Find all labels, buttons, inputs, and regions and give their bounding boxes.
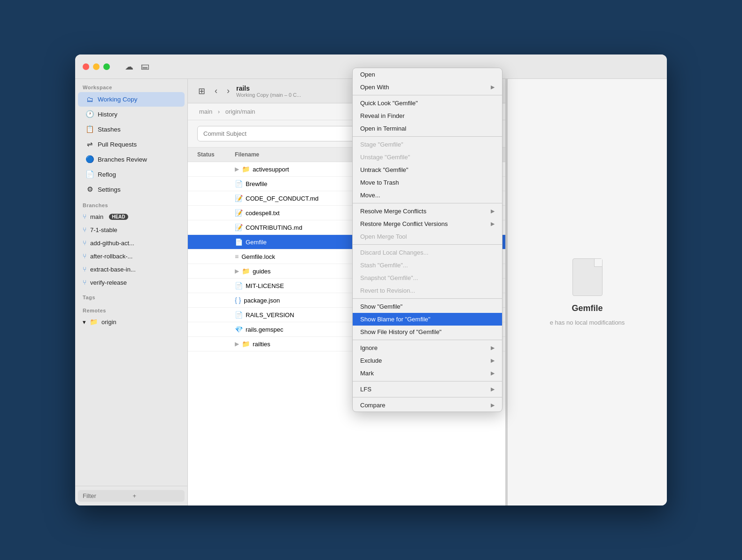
menu-item-show-history[interactable]: Show File History of "Gemfile" (353, 326, 502, 338)
menu-item-open[interactable]: Open (353, 68, 502, 81)
menu-item-stash: Stash "Gemfile"... (353, 259, 502, 272)
menu-label-discard: Discard Local Changes... (360, 249, 428, 256)
menu-label-revert: Revert to Revision... (360, 287, 415, 294)
menu-item-stage: Stage "Gemfile" (353, 138, 502, 151)
menu-separator (353, 244, 502, 245)
menu-label-exclude: Exclude (360, 357, 382, 364)
menu-label-stash: Stash "Gemfile"... (360, 262, 408, 269)
menu-item-snapshot: Snapshot "Gemfile"... (353, 272, 502, 284)
menu-label-open-terminal: Open in Terminal (360, 125, 406, 132)
menu-label-compare: Compare (360, 402, 385, 409)
menu-item-show-blame[interactable]: Show Blame for "Gemfile" (353, 313, 502, 326)
menu-item-discard: Discard Local Changes... (353, 246, 502, 259)
menu-label-open: Open (360, 71, 375, 78)
menu-separator (353, 397, 502, 397)
submenu-arrow-icon: ▶ (491, 208, 495, 214)
menu-item-revert: Revert to Revision... (353, 284, 502, 297)
menu-item-untrack[interactable]: Untrack "Gemfile" (353, 163, 502, 176)
menu-label-move-trash: Move to Trash (360, 179, 399, 186)
submenu-arrow-icon: ▶ (491, 84, 495, 90)
menu-label-quick-look: Quick Look "Gemfile" (360, 100, 418, 107)
menu-item-resolve-merge[interactable]: Resolve Merge Conflicts ▶ (353, 205, 502, 218)
menu-label-mark: Mark (360, 370, 374, 377)
context-menu: Open Open With ▶ Quick Look "Gemfile" Re… (352, 68, 502, 412)
menu-separator (353, 381, 502, 381)
context-menu-overlay: Open Open With ▶ Quick Look "Gemfile" Re… (75, 54, 667, 506)
menu-item-mark[interactable]: Mark ▶ (353, 367, 502, 380)
menu-label-unstage: Unstage "Gemfile" (360, 154, 410, 161)
menu-item-move[interactable]: Move... (353, 189, 502, 202)
menu-label-move: Move... (360, 192, 380, 199)
menu-separator (353, 136, 502, 137)
submenu-arrow-icon: ▶ (491, 402, 495, 408)
menu-label-show: Show "Gemfile" (360, 303, 402, 310)
submenu-arrow-icon: ▶ (491, 386, 495, 392)
menu-label-open-merge-tool: Open Merge Tool (360, 233, 407, 240)
menu-item-exclude[interactable]: Exclude ▶ (353, 354, 502, 367)
menu-label-stage: Stage "Gemfile" (360, 141, 403, 148)
menu-label-open-with: Open With (360, 84, 389, 91)
menu-item-ignore[interactable]: Ignore ▶ (353, 342, 502, 354)
menu-label-restore-merge: Restore Merge Conflict Versions (360, 220, 448, 227)
submenu-arrow-icon: ▶ (491, 221, 495, 227)
menu-item-compare[interactable]: Compare ▶ (353, 399, 502, 412)
menu-label-show-blame: Show Blame for "Gemfile" (360, 316, 430, 323)
main-window: ☁ 🖴 Workspace 🗂 Working Copy 🕐 History 📋… (75, 54, 667, 506)
menu-label-untrack: Untrack "Gemfile" (360, 166, 408, 173)
menu-item-open-merge-tool: Open Merge Tool (353, 230, 502, 243)
menu-item-unstage: Unstage "Gemfile" (353, 151, 502, 163)
menu-item-restore-merge[interactable]: Restore Merge Conflict Versions ▶ (353, 218, 502, 230)
menu-label-show-history: Show File History of "Gemfile" (360, 328, 441, 335)
menu-label-snapshot: Snapshot "Gemfile"... (360, 274, 418, 281)
menu-separator (353, 298, 502, 299)
menu-item-quick-look[interactable]: Quick Look "Gemfile" (353, 97, 502, 109)
submenu-arrow-icon: ▶ (491, 358, 495, 364)
menu-item-show[interactable]: Show "Gemfile" (353, 300, 502, 313)
menu-item-move-trash[interactable]: Move to Trash (353, 176, 502, 189)
menu-label-resolve-merge: Resolve Merge Conflicts (360, 208, 426, 215)
submenu-arrow-icon: ▶ (491, 370, 495, 376)
menu-separator (353, 95, 502, 95)
menu-label-reveal-finder: Reveal in Finder (360, 112, 405, 119)
menu-label-ignore: Ignore (360, 344, 378, 351)
menu-item-lfs[interactable]: LFS ▶ (353, 383, 502, 396)
menu-item-open-with[interactable]: Open With ▶ (353, 81, 502, 93)
submenu-arrow-icon: ▶ (491, 345, 495, 351)
menu-item-reveal-finder[interactable]: Reveal in Finder (353, 109, 502, 122)
menu-separator (353, 203, 502, 203)
menu-separator (353, 340, 502, 340)
menu-label-lfs: LFS (360, 386, 371, 393)
menu-item-open-terminal[interactable]: Open in Terminal (353, 122, 502, 135)
